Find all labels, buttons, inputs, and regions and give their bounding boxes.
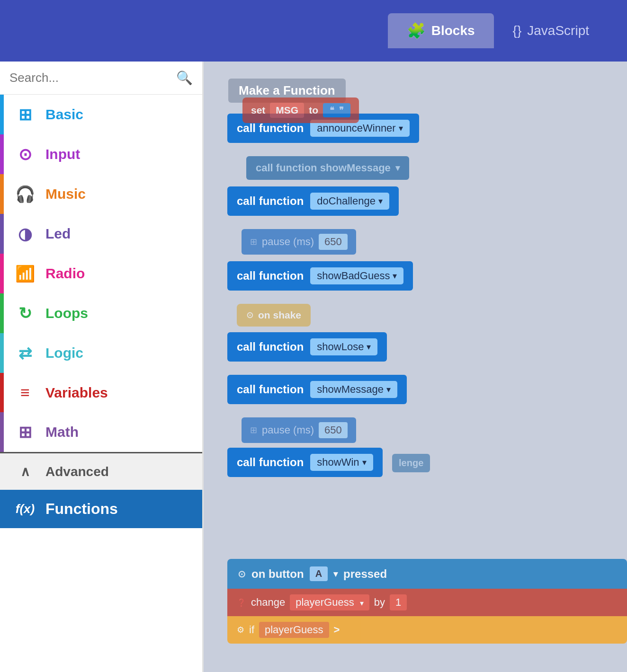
circle-dot-icon: ⊙ (15, 145, 35, 164)
string-badge: ❝ ❞ (323, 103, 350, 117)
grid-small-icon: ⊞ (250, 237, 257, 247)
pause-value-badge: 650 (319, 234, 348, 250)
call-fn-showMessage-dim-block: call function showMessage ▾ (246, 156, 409, 180)
search-bar: 🔍 (0, 62, 202, 95)
pause-dim-block: ⊞ pause (ms) 650 (242, 229, 356, 255)
dropdown-arrow-icon5: ▾ (386, 384, 391, 395)
call-fn-showLose-row: call function showLose ▾ (227, 332, 618, 368)
sidebar: 🔍 ⊞ Basic ⊙ Input 🎧 Music ◑ Led 📶 (0, 62, 204, 672)
question-icon: ❓ (237, 598, 246, 607)
set-msg-block: set MSG to ❝ ❞ (242, 97, 359, 123)
call-fn-showWin-block[interactable]: call function showWin ▾ (227, 448, 383, 477)
bottom-section-blocks: ⊙ on button A ▾ pressed ❓ change playerG… (227, 559, 627, 644)
tab-javascript[interactable]: {} JavaScript (494, 15, 608, 47)
headphones-icon: 🎧 (15, 185, 35, 203)
input-icon: ⊙ (246, 310, 253, 320)
dropdown-arrow-icon6: ▾ (362, 457, 367, 468)
input-circle-icon: ⊙ (238, 568, 246, 580)
call-fn-showWin-row: call function showWin ▾ lenge (227, 448, 618, 484)
puzzle-icon: 🧩 (407, 22, 426, 40)
fn-name-showBadGuess: showBadGuess ▾ (310, 267, 403, 284)
chevron-up-icon: ∧ (15, 464, 35, 479)
sidebar-item-logic[interactable]: ⇄ Logic (0, 333, 202, 373)
call-fn-showMessage-row: call function showMessage ▾ (227, 375, 618, 411)
dropdown-arrow-icon: ▾ (399, 123, 403, 133)
pause-dim-row: ⊞ pause (ms) 650 (242, 229, 618, 255)
change-value-badge: 1 (390, 594, 407, 610)
sidebar-item-advanced[interactable]: ∧ Advanced (0, 453, 202, 490)
refresh-icon: ↻ (15, 304, 35, 323)
sidebar-item-music[interactable]: 🎧 Music (0, 174, 202, 214)
grid-small-icon2: ⊞ (250, 425, 257, 435)
fn-name-showLose: showLose ▾ (310, 338, 377, 355)
gear-icon: ⚙ (237, 625, 244, 635)
pause-dim-block2: ⊞ pause (ms) 650 (242, 417, 356, 443)
if-block: ⚙ if playerGuess > (227, 616, 627, 644)
list-icon: ≡ (15, 383, 35, 402)
search-icon: 🔍 (176, 70, 193, 86)
grid-icon: ⊞ (15, 105, 35, 124)
call-fn-showMessage-block[interactable]: call function showMessage ▾ (227, 375, 407, 404)
change-var-block: ❓ change playerGuess ▾ by 1 (227, 589, 627, 616)
sidebar-item-led[interactable]: ◑ Led (0, 214, 202, 254)
signal-icon: 📶 (15, 264, 35, 283)
button-a-badge: A (310, 566, 328, 581)
sidebar-item-functions[interactable]: f(x) Functions (0, 490, 202, 528)
sidebar-item-variables[interactable]: ≡ Variables (0, 373, 202, 412)
player-guess-badge: playerGuess ▾ (290, 594, 369, 610)
dropdown-change-icon: ▾ (360, 599, 364, 607)
function-icon: f(x) (15, 502, 35, 516)
challenge-dim-text: lenge (392, 454, 430, 472)
sidebar-item-basic[interactable]: ⊞ Basic (0, 95, 202, 134)
shuffle-icon: ⇄ (15, 344, 35, 363)
fn-name-showMessage: showMessage ▾ (310, 381, 397, 398)
main-layout: 🔍 ⊞ Basic ⊙ Input 🎧 Music ◑ Led 📶 (0, 62, 627, 672)
dropdown-arrow-icon4: ▾ (367, 342, 371, 352)
fn-name-doChallenge: doChallenge ▾ (310, 193, 389, 210)
on-shake-block: ⊙ on shake (237, 304, 311, 327)
call-fn-showBadGuess-row: call function showBadGuess ▾ (227, 261, 618, 297)
canvas-blocks: call function announceWinner ▾ call func… (227, 114, 618, 490)
curly-braces-icon: {} (513, 23, 522, 38)
search-input[interactable] (9, 71, 171, 85)
call-fn-showLose-block[interactable]: call function showLose ▾ (227, 332, 387, 362)
sidebar-item-math[interactable]: ⊞ Math (0, 412, 202, 452)
fn-name-showWin: showWin ▾ (310, 454, 373, 471)
pause-value-badge2: 650 (319, 422, 348, 438)
msg-var-badge: MSG (270, 103, 304, 118)
if-playerguess-badge: playerGuess (259, 622, 329, 638)
dropdown-arrow-icon3: ▾ (393, 271, 397, 281)
on-button-block: ⊙ on button A ▾ pressed (227, 559, 627, 589)
dropdown-dim-icon: ▾ (395, 163, 400, 173)
calculator-icon: ⊞ (15, 423, 35, 442)
call-fn-doChallenge-row: call function doChallenge ▾ (227, 186, 618, 222)
call-fn-showBadGuess-block[interactable]: call function showBadGuess ▾ (227, 261, 413, 291)
top-bar: 🧩 Blocks {} JavaScript (0, 0, 627, 62)
toggle-icon: ◑ (15, 224, 35, 243)
canvas-area: Make a Function set MSG to ❝ ❞ call func… (204, 62, 627, 672)
tab-blocks[interactable]: 🧩 Blocks (388, 13, 494, 48)
sidebar-item-input[interactable]: ⊙ Input (0, 134, 202, 174)
call-fn-doChallenge-block[interactable]: call function doChallenge ▾ (227, 186, 399, 216)
nav-items: ⊞ Basic ⊙ Input 🎧 Music ◑ Led 📶 Radio ↻ (0, 95, 202, 672)
sidebar-item-loops[interactable]: ↻ Loops (0, 293, 202, 333)
dropdown-btn-icon: ▾ (333, 569, 338, 579)
pause-dim-row2: ⊞ pause (ms) 650 (242, 417, 618, 443)
dropdown-arrow-icon2: ▾ (378, 196, 383, 206)
sidebar-item-radio[interactable]: 📶 Radio (0, 254, 202, 293)
